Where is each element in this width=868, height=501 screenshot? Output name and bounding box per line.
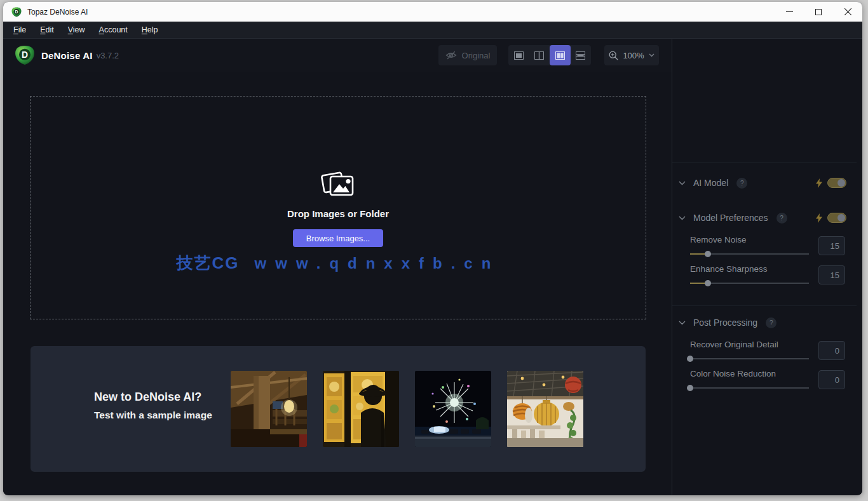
menubar: File Edit View Account Help — [3, 22, 862, 39]
zoom-level-value: 100% — [623, 51, 644, 60]
maximize-button[interactable] — [804, 2, 833, 22]
view-side-by-side-button[interactable] — [550, 45, 571, 65]
slider-label: Color Noise Reduction — [690, 368, 809, 380]
samples-row — [231, 371, 583, 447]
section-model-preferences[interactable]: Model Preferences ? — [672, 204, 857, 232]
chevron-down-icon[interactable] — [679, 216, 686, 220]
image-dropzone[interactable]: Drop Images or Folder Browse Images... 技… — [30, 96, 646, 319]
split-view-icon — [534, 51, 544, 60]
watermark: 技艺CG www.qdnxxfb.cn — [177, 252, 500, 274]
view-quad-button[interactable] — [571, 45, 592, 65]
menu-edit[interactable]: Edit — [33, 25, 61, 34]
view-split-button[interactable] — [529, 45, 550, 65]
sample-image-fireworks[interactable] — [415, 371, 491, 447]
slider-label: Remove Noise — [690, 234, 809, 246]
slider-knob[interactable] — [687, 385, 693, 391]
sidebar-separator — [672, 305, 857, 306]
chevron-down-icon — [649, 53, 654, 57]
app-window: D Topaz DeNoise AI File Edit View Accoun… — [3, 2, 862, 495]
samples-subheading: Test with a sample image — [94, 410, 212, 421]
sample-images-panel: New to DeNoise AI? Test with a sample im… — [31, 346, 646, 472]
app-name: DeNoise AI — [41, 50, 93, 61]
section-label: Post Processing — [693, 317, 757, 328]
lightning-bolt-icon — [816, 213, 822, 223]
sample-image-lodge-interior[interactable] — [231, 371, 307, 447]
watermark-brand: 技艺CG — [177, 252, 240, 274]
close-button[interactable] — [833, 2, 862, 22]
view-single-button[interactable] — [508, 45, 529, 65]
help-icon[interactable]: ? — [776, 213, 787, 224]
slider-value-input[interactable]: 0 — [818, 370, 845, 389]
slider-track[interactable] — [690, 356, 809, 362]
view-mode-group — [508, 45, 591, 65]
quad-view-icon — [576, 51, 585, 60]
app-version: v3.7.2 — [97, 51, 119, 60]
color-noise-reduction-slider: Color Noise Reduction 0 — [690, 368, 845, 391]
window-title: Topaz DeNoise AI — [27, 8, 88, 17]
slider-track[interactable] — [690, 251, 809, 257]
zoom-control[interactable]: 100% — [604, 45, 659, 65]
slider-knob[interactable] — [705, 251, 711, 257]
sample-image-stained-glass[interactable] — [323, 371, 399, 447]
menu-view[interactable]: View — [61, 25, 92, 34]
remove-noise-slider: Remove Noise 15 — [690, 234, 845, 257]
ai-model-toggle[interactable] — [827, 178, 846, 188]
main-area: Drop Images or Folder Browse Images... 技… — [3, 72, 672, 495]
settings-sidebar: AI Model ? Model Preferences ? — [672, 39, 862, 495]
svg-text:D: D — [22, 50, 28, 60]
dropzone-title: Drop Images or Folder — [287, 208, 389, 219]
minimize-button[interactable] — [775, 2, 804, 22]
slider-value-input[interactable]: 15 — [818, 265, 845, 284]
recover-original-detail-slider: Recover Original Detail 0 — [690, 339, 845, 362]
slider-track[interactable] — [690, 280, 809, 286]
eye-off-icon — [445, 51, 457, 60]
help-icon[interactable]: ? — [766, 317, 776, 328]
samples-heading: New to DeNoise AI? — [94, 391, 212, 404]
section-label: Model Preferences — [693, 213, 768, 223]
single-view-icon — [514, 51, 524, 60]
slider-track[interactable] — [690, 385, 809, 391]
model-preferences-toggle[interactable] — [827, 213, 846, 223]
slider-value-input[interactable]: 15 — [818, 236, 845, 255]
help-icon[interactable]: ? — [736, 178, 747, 189]
svg-text:D: D — [15, 10, 18, 14]
section-label: AI Model — [693, 178, 728, 188]
denoise-logo-icon: D — [15, 45, 35, 65]
brand: D DeNoise AI v3.7.2 — [15, 45, 119, 65]
browse-images-button[interactable]: Browse Images... — [293, 229, 383, 247]
slider-knob[interactable] — [705, 280, 711, 286]
chevron-down-icon[interactable] — [679, 181, 686, 185]
original-label: Original — [462, 51, 491, 60]
sample-image-cafe-baskets[interactable] — [507, 371, 583, 447]
section-ai-model[interactable]: AI Model ? — [672, 169, 857, 197]
window-controls — [775, 2, 862, 22]
section-post-processing[interactable]: Post Processing ? — [672, 309, 857, 337]
slider-knob[interactable] — [687, 356, 693, 362]
zoom-in-icon — [609, 51, 618, 60]
slider-label: Enhance Sharpness — [690, 264, 809, 275]
chevron-down-icon[interactable] — [679, 321, 686, 325]
enhance-sharpness-slider: Enhance Sharpness 15 — [690, 264, 845, 286]
menu-account[interactable]: Account — [92, 25, 135, 34]
menu-help[interactable]: Help — [135, 25, 165, 34]
menu-file[interactable]: File — [6, 25, 33, 34]
sidebar-separator — [672, 163, 857, 163]
drop-images-icon — [321, 170, 355, 200]
titlebar: D Topaz DeNoise AI — [3, 2, 862, 22]
slider-label: Recover Original Detail — [690, 339, 809, 351]
app-logo-icon: D — [11, 7, 22, 17]
side-by-side-view-icon — [555, 51, 565, 60]
lightning-bolt-icon — [816, 178, 822, 188]
watermark-url: www.qdnxxfb.cn — [255, 255, 500, 272]
slider-value-input[interactable]: 0 — [818, 341, 845, 360]
samples-text: New to DeNoise AI? Test with a sample im… — [94, 391, 212, 421]
show-original-button[interactable]: Original — [438, 45, 497, 65]
app-header: D DeNoise AI v3.7.2 Original — [3, 39, 672, 72]
